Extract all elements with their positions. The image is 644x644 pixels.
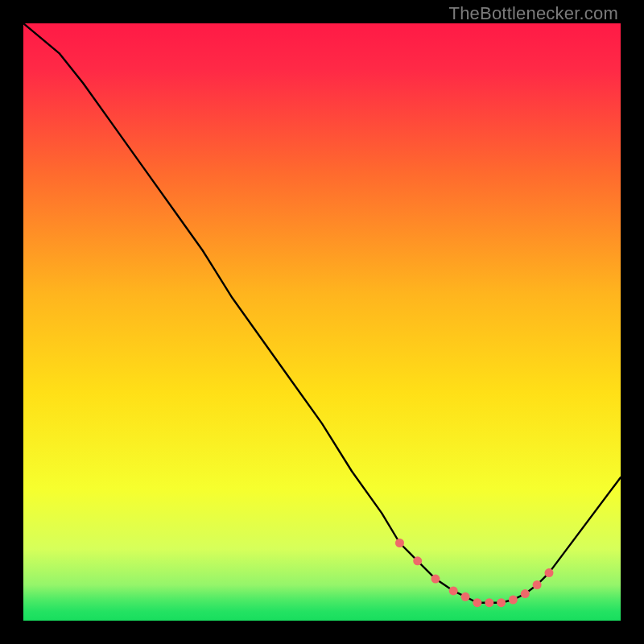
gradient-background xyxy=(23,23,621,621)
curve-marker xyxy=(485,598,493,607)
curve-marker xyxy=(395,539,404,547)
watermark-text: TheBottlenecker.com xyxy=(449,3,618,24)
curve-marker xyxy=(449,586,458,595)
curve-marker xyxy=(509,596,518,605)
curve-marker xyxy=(461,592,470,601)
bottleneck-chart xyxy=(23,23,621,621)
plot-area xyxy=(23,23,621,621)
curve-marker xyxy=(533,580,542,589)
curve-marker xyxy=(431,575,440,584)
curve-marker xyxy=(521,589,530,598)
curve-marker xyxy=(473,598,481,607)
curve-marker xyxy=(497,598,506,607)
curve-marker xyxy=(545,568,554,577)
curve-marker xyxy=(413,556,422,565)
outer-black-frame: TheBottlenecker.com xyxy=(0,0,644,644)
